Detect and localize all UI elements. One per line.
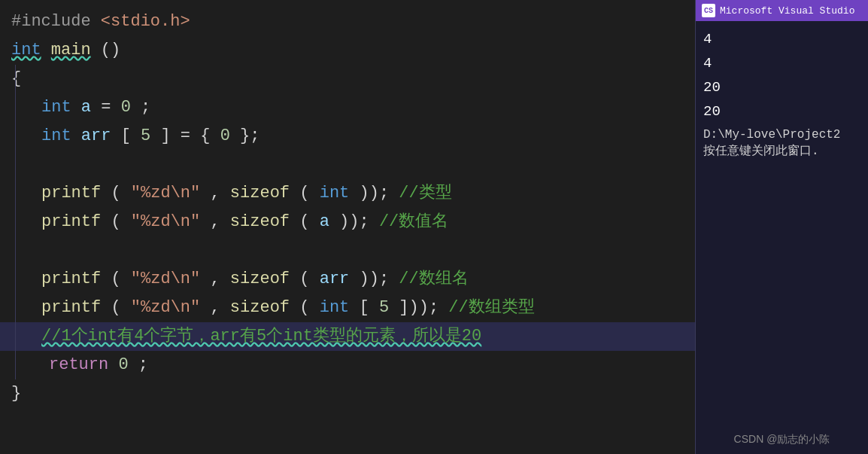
preprocessor-directive: #include — [11, 12, 91, 31]
output-line-4: 20 — [703, 99, 860, 123]
printf-fn: printf — [41, 184, 101, 203]
terminal-press-key: 按任意键关闭此窗口. — [703, 143, 860, 160]
output-line-2: 4 — [703, 51, 860, 75]
icon-label: CS — [704, 7, 713, 15]
var-a: a — [81, 98, 91, 117]
close-brace: } — [11, 384, 21, 403]
indent-guide — [15, 322, 16, 351]
var-arr: arr — [81, 126, 111, 145]
printf-fn-3: printf — [41, 270, 101, 288]
output-line-3: 20 — [703, 75, 860, 99]
var-a-arg: a — [320, 212, 329, 231]
num-zero-2: 0 — [220, 126, 230, 145]
format-str-4: "%zd\n" — [131, 298, 200, 317]
int-arg-2: int — [320, 298, 350, 317]
indent-guide — [15, 265, 16, 294]
terminal-title: Microsoft Visual Studio — [720, 5, 854, 17]
keyword-int-2: int — [41, 98, 71, 117]
int-arg: int — [320, 184, 350, 203]
terminal-output: 4 4 20 20 D:\My-love\Project2 按任意键关闭此窗口. — [696, 21, 868, 425]
indent-guide — [15, 179, 16, 208]
editor-container: #include <stdio.h> int main () { in — [0, 0, 868, 454]
num-zero: 0 — [121, 98, 131, 117]
printf-fn-4: printf — [41, 298, 101, 317]
terminal-panel: CS Microsoft Visual Studio 4 4 20 20 D:\… — [695, 0, 868, 454]
indent-guide — [15, 294, 16, 322]
terminal-footer: CSDN @励志的小陈 — [696, 425, 868, 454]
output-line-1: 4 — [703, 27, 860, 51]
num-5: 5 — [141, 126, 150, 145]
terminal-header: CS Microsoft Visual Studio — [696, 0, 868, 21]
printf-fn-2: printf — [41, 212, 101, 231]
terminal-path: D:\My-love\Project2 — [703, 126, 860, 143]
comment-value-name: //数值名 — [379, 212, 448, 231]
indent-guide — [15, 236, 16, 265]
comment-explanation: //1个int有4个字节，arr有5个int类型的元素，所以是20 — [41, 327, 481, 346]
var-arr-arg: arr — [320, 270, 350, 288]
format-str-2: "%zd\n" — [131, 212, 200, 231]
sizeof-fn: sizeof — [230, 184, 290, 203]
sizeof-fn-4: sizeof — [230, 298, 290, 317]
indent-guide — [15, 65, 16, 93]
keyword-int-3: int — [41, 126, 71, 145]
num-5-2: 5 — [379, 298, 389, 317]
keyword-int: int — [11, 41, 41, 59]
indent-guide — [15, 208, 16, 236]
open-brace: { — [11, 69, 21, 88]
sizeof-fn-3: sizeof — [230, 270, 290, 288]
sizeof-fn-2: sizeof — [230, 212, 290, 231]
indent-guide — [15, 351, 16, 379]
footer-text: CSDN @励志的小陈 — [734, 433, 830, 445]
indent-guide — [15, 122, 16, 151]
function-name-main: main — [51, 41, 91, 59]
indent-guide — [15, 93, 16, 122]
return-zero: 0 — [118, 355, 128, 374]
comment-type: //类型 — [399, 184, 451, 203]
keyword-return: return — [49, 355, 108, 374]
terminal-app-icon: CS — [702, 4, 715, 17]
include-header: <stdio.h> — [101, 12, 190, 31]
comment-array-type: //数组类型 — [448, 298, 534, 317]
indent-guide — [15, 151, 16, 179]
format-str: "%zd\n" — [131, 184, 200, 203]
format-str-3: "%zd\n" — [131, 270, 200, 288]
comment-array-name: //数组名 — [399, 270, 468, 288]
